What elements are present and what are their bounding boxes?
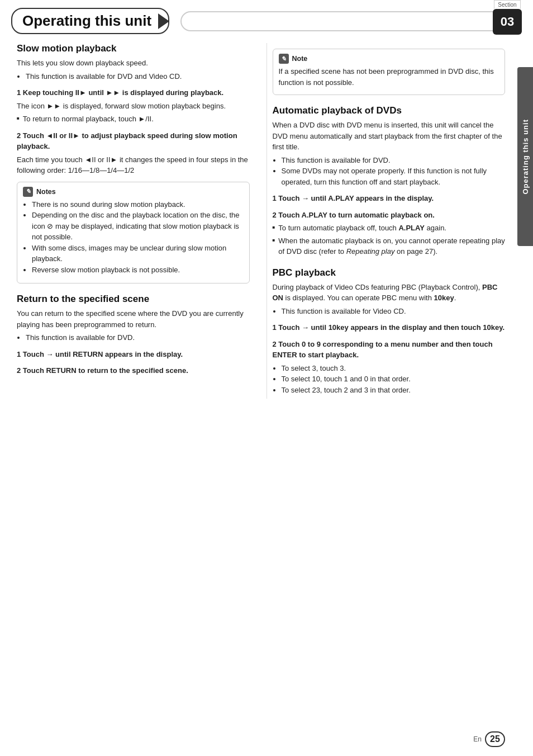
slow-motion-heading: Slow motion playback — [17, 43, 250, 54]
section-label: Section — [494, 0, 520, 9]
slow-motion-intro: This lets you slow down playback speed. — [17, 58, 250, 69]
page-footer: En 25 — [473, 731, 505, 747]
return-scene-bullets: This function is available for DVD. — [26, 332, 250, 343]
page-header: Operating this unit Section 03 — [0, 0, 533, 37]
page-title: Operating this unit — [22, 12, 151, 30]
pbc-step2-bullets: To select 3, touch 3. To select 10, touc… — [282, 363, 506, 396]
pbc-intro: During playback of Video CDs featuring P… — [273, 282, 506, 304]
auto-dvd-bullets: This function is available for DVD. Some… — [282, 155, 506, 188]
footer-page-number: 25 — [485, 731, 505, 747]
top-note-title: ✎ Note — [279, 54, 499, 64]
auto-dvd-sub1-text: To turn automatic playback off, touch A.… — [278, 223, 446, 234]
slow-motion-step2-body: Each time you touch ◄II or II► it change… — [17, 154, 250, 176]
slow-motion-bullet1: This function is available for DVD and V… — [26, 71, 250, 82]
section-badge: Section 03 — [493, 0, 522, 35]
sidebar-label: Operating this unit — [521, 119, 530, 195]
auto-dvd-step1: 1 Touch → until A.PLAY appears in the di… — [273, 193, 506, 204]
pbc-sub2: To select 10, touch 1 and 0 in that orde… — [282, 374, 506, 385]
note-item-4: Reverse slow motion playback is not poss… — [32, 264, 244, 276]
notes-icon: ✎ — [23, 187, 33, 197]
top-note-body: If a specified scene has not been prepro… — [279, 66, 499, 88]
section-number: 03 — [493, 9, 522, 35]
note-item-2: Depending on the disc and the playback l… — [32, 210, 244, 243]
slow-motion-step2-heading: 2 Touch ◄II or II► to adjust playback sp… — [17, 130, 250, 152]
top-note-box: ✎ Note If a specified scene has not been… — [273, 49, 506, 95]
slow-motion-notes-box: ✎ Notes There is no sound during slow mo… — [17, 182, 250, 284]
note-item-1: There is no sound during slow motion pla… — [32, 199, 244, 210]
auto-dvd-sub2-text: When the automatic playback is on, you c… — [278, 235, 505, 257]
slow-motion-step1-sub-text: To return to normal playback, touch ►/II… — [23, 114, 154, 125]
return-scene-intro: You can return to the specified scene wh… — [17, 308, 250, 330]
header-middle-decoration — [180, 11, 511, 31]
page: Operating this unit Section 03 Operating… — [0, 0, 533, 756]
top-note-label: Note — [292, 55, 308, 63]
return-scene-step2: 2 Touch RETURN to return to the specifie… — [17, 365, 250, 376]
right-column: ✎ Note If a specified scene has not been… — [266, 43, 506, 399]
notes-title: ✎ Notes — [23, 187, 244, 197]
auto-dvd-step2-sub2: When the automatic playback is on, you c… — [273, 235, 506, 257]
sidebar: Operating this unit — [517, 67, 533, 246]
auto-dvd-step2: 2 Touch A.PLAY to turn automatic playbac… — [273, 210, 506, 221]
auto-dvd-intro: When a DVD disc with DVD menu is inserte… — [273, 120, 506, 153]
note-item-3: With some discs, images may be unclear d… — [32, 243, 244, 264]
pbc-bullets: This function is available for Video CD. — [282, 306, 506, 317]
top-note-icon: ✎ — [279, 54, 289, 64]
return-scene-heading: Return to the specified scene — [17, 294, 250, 305]
auto-dvd-bullet1: This function is available for DVD. — [282, 155, 506, 166]
slow-motion-bullets: This function is available for DVD and V… — [26, 71, 250, 82]
slow-motion-step1-body: The icon ►► is displayed, forward slow m… — [17, 101, 250, 112]
auto-dvd-heading: Automatic playback of DVDs — [273, 105, 506, 116]
pbc-step1: 1 Touch → until 10key appears in the dis… — [273, 322, 506, 333]
pbc-bullet1: This function is available for Video CD. — [282, 306, 506, 317]
notes-list: There is no sound during slow motion pla… — [32, 199, 244, 276]
left-column: Slow motion playback This lets you slow … — [17, 43, 255, 399]
pbc-step2: 2 Touch 0 to 9 corresponding to a menu n… — [273, 339, 506, 361]
main-content: Slow motion playback This lets you slow … — [0, 37, 533, 410]
pbc-sub1: To select 3, touch 3. — [282, 363, 506, 374]
auto-dvd-bullet2: Some DVDs may not operate properly. If t… — [282, 166, 506, 187]
pbc-heading: PBC playback — [273, 267, 506, 278]
step1-label: 1 Keep touching II► until ►► is displaye… — [17, 88, 223, 97]
slow-motion-step1-sub: To return to normal playback, touch ►/II… — [17, 114, 250, 125]
notes-label: Notes — [36, 188, 56, 196]
footer-lang: En — [473, 735, 482, 743]
title-box: Operating this unit — [11, 8, 169, 34]
return-scene-step1: 1 Touch → until RETURN appears in the di… — [17, 349, 250, 360]
return-scene-bullet1: This function is available for DVD. — [26, 332, 250, 343]
pbc-sub3: To select 23, touch 2 and 3 in that orde… — [282, 385, 506, 396]
auto-dvd-step2-sub1: To turn automatic playback off, touch A.… — [273, 223, 506, 234]
slow-motion-step1-heading: 1 Keep touching II► until ►► is displaye… — [17, 87, 250, 98]
